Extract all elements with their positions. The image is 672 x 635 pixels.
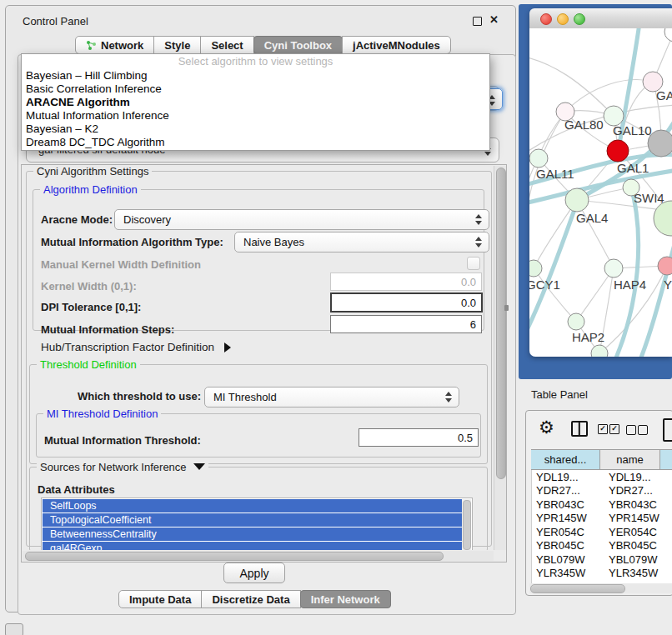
table-row[interactable]: YBR045CYBR045C9. xyxy=(532,539,672,553)
dropdown-item[interactable]: Mutual Information Inference xyxy=(22,109,489,122)
network-window-titlebar[interactable] xyxy=(529,8,672,29)
unchecked-checkbox-icon[interactable] xyxy=(626,425,636,435)
data-attributes-list[interactable]: SelfLoopsTopologicalCoefficientBetweenne… xyxy=(41,498,473,550)
dropdown-item[interactable]: Bayesian – Hill Climbing xyxy=(22,69,489,82)
tab-select[interactable]: Select xyxy=(200,36,253,54)
table-row[interactable]: YLR345WYLR345W9. xyxy=(532,567,672,581)
dpi-tolerance-label: DPI Tolerance [0,1]: xyxy=(41,301,141,313)
network-node[interactable] xyxy=(565,188,589,212)
horizontal-scrollbar[interactable] xyxy=(23,551,494,561)
dpi-tolerance-field[interactable]: 0.0 xyxy=(330,292,483,312)
float-window-icon[interactable] xyxy=(473,17,482,26)
mi-steps-field[interactable]: 6 xyxy=(330,315,482,333)
unchecked-checkbox-icon[interactable] xyxy=(638,425,648,435)
new-table-icon[interactable] xyxy=(663,418,672,442)
network-node[interactable] xyxy=(664,28,672,42)
network-node[interactable] xyxy=(568,313,584,330)
group-title: MI Threshold Definition xyxy=(43,408,161,420)
scrollbar-thumb[interactable] xyxy=(25,552,444,561)
network-node[interactable] xyxy=(529,149,548,168)
attribute-list-item[interactable]: TopologicalCoefficient xyxy=(43,513,462,527)
table-cell: YDL19... xyxy=(532,471,604,483)
table-body: YDL19...YDL19...13YDR27...YDR27...12YBR0… xyxy=(531,470,672,583)
network-edge[interactable] xyxy=(576,268,614,322)
tab-network[interactable]: Network xyxy=(75,36,154,54)
network-canvas[interactable]: GALGAL80GAL10GAL1GAL11SWI4GAL4GCY1HAP4YH… xyxy=(529,28,672,357)
tab-jactivemnodules[interactable]: jActiveMNodules xyxy=(342,36,451,54)
network-edge[interactable] xyxy=(534,268,576,322)
dropdown-item[interactable]: ARACNE Algorithm xyxy=(22,96,489,109)
tab-discretize-data[interactable]: Discretize Data xyxy=(201,590,300,608)
attribute-list-item[interactable]: gal4RGexp xyxy=(43,542,462,550)
aracne-mode-combobox[interactable]: Discovery xyxy=(114,209,489,230)
close-icon[interactable]: ✕ xyxy=(489,13,499,26)
table-row[interactable]: YBL079WYBL079W xyxy=(532,552,672,567)
dropdown-item[interactable]: Dream8 DC_TDC Algorithm xyxy=(22,136,489,149)
zoom-traffic-light-icon[interactable] xyxy=(574,13,585,25)
column-header-shared-name[interactable]: shared... xyxy=(531,449,600,470)
checked-checkbox-icon[interactable]: ✓ xyxy=(609,424,619,434)
kernel-width-field[interactable]: 0.0 xyxy=(330,272,482,291)
control-panel-window: Control Panel ✕ Network Style Select Cyn… xyxy=(5,5,516,612)
network-node[interactable] xyxy=(654,201,672,236)
manual-kernel-width-checkbox[interactable] xyxy=(467,257,480,270)
scrollbar-thumb[interactable] xyxy=(530,584,625,593)
tab-impute-data[interactable]: Impute Data xyxy=(118,590,202,608)
mi-algorithm-type-label: Mutual Information Algorithm Type: xyxy=(41,236,223,248)
vertical-scrollbar[interactable] xyxy=(494,166,506,550)
manual-kernel-width-label: Manual Kernel Width Definition xyxy=(41,258,201,271)
table-cell: YBR045C xyxy=(532,539,604,552)
scrollbar-thumb[interactable] xyxy=(496,168,506,479)
aracne-mode-label: Aracne Mode: xyxy=(41,213,113,226)
control-panel-tabs: Network Style Select Cyni Toolbox jActiv… xyxy=(76,36,451,54)
network-node[interactable] xyxy=(529,260,542,277)
tab-cyni-toolbox[interactable]: Cyni Toolbox xyxy=(253,36,343,54)
collapsed-panel-icon[interactable] xyxy=(5,623,23,635)
panel-splitter-handle[interactable] xyxy=(504,305,509,311)
table-row[interactable]: YDL19...YDL19...13 xyxy=(532,470,672,484)
network-icon xyxy=(86,40,97,51)
list-scrollbar[interactable] xyxy=(462,499,471,550)
tab-infer-network[interactable]: Infer Network xyxy=(300,590,391,608)
apply-button[interactable]: Apply xyxy=(223,562,285,583)
attribute-list-item[interactable]: SelfLoops xyxy=(43,499,462,512)
table-row[interactable]: YBR043CYBR043C xyxy=(532,498,672,512)
split-view-icon[interactable] xyxy=(571,421,588,437)
node-label: GAL11 xyxy=(536,167,574,181)
which-threshold-combobox[interactable]: MI Threshold xyxy=(204,387,459,408)
network-node[interactable] xyxy=(604,259,623,278)
tab-style[interactable]: Style xyxy=(153,36,201,54)
table-cell: 9. xyxy=(668,567,672,579)
gear-icon[interactable]: ⚙ xyxy=(539,418,554,438)
mi-threshold-field[interactable]: 0.5 xyxy=(359,428,479,447)
table-cell: YDL19... xyxy=(604,471,668,483)
table-cell: YPR145W xyxy=(532,512,604,524)
dropdown-item[interactable]: Basic Correlation Inference xyxy=(22,82,489,96)
close-traffic-light-icon[interactable] xyxy=(540,13,552,25)
checked-checkbox-icon[interactable]: ✓ xyxy=(598,424,608,434)
attribute-list-item[interactable]: BetweennessCentrality xyxy=(43,528,462,541)
column-header-partial[interactable]: A xyxy=(659,449,672,470)
hub-definition-expander[interactable]: Hub/Transcription Factor Definition xyxy=(41,341,231,353)
which-threshold-label: Which threshold to use: xyxy=(78,390,201,402)
table-row[interactable]: YDR27...YDR27...12 xyxy=(532,484,672,498)
network-node[interactable] xyxy=(658,257,672,275)
table-row[interactable]: YER054CYER054C8. xyxy=(532,525,672,539)
table-cell: YBL079W xyxy=(532,553,604,566)
table-horizontal-scrollbar[interactable] xyxy=(529,583,672,593)
network-node[interactable] xyxy=(591,345,608,357)
mi-algorithm-type-combobox[interactable]: Naive Bayes xyxy=(234,232,489,252)
minimize-traffic-light-icon[interactable] xyxy=(557,13,569,25)
dropdown-item[interactable]: Bayesian – K2 xyxy=(22,122,489,136)
tab-label: Impute Data xyxy=(129,593,191,606)
node-label: Y xyxy=(664,278,672,292)
table-row[interactable]: YPR145WYPR145W9. xyxy=(532,512,672,526)
column-header-name[interactable]: name xyxy=(599,449,660,470)
network-node[interactable] xyxy=(607,140,629,162)
table-cell: 9. xyxy=(668,512,672,524)
table-cell: YBR043C xyxy=(604,498,668,511)
combobox-value: Naive Bayes xyxy=(243,236,304,248)
sources-expander[interactable]: Sources for Network Inference xyxy=(37,461,208,473)
data-attributes-label: Data Attributes xyxy=(38,483,115,496)
network-edge-highlighted[interactable] xyxy=(639,238,672,357)
